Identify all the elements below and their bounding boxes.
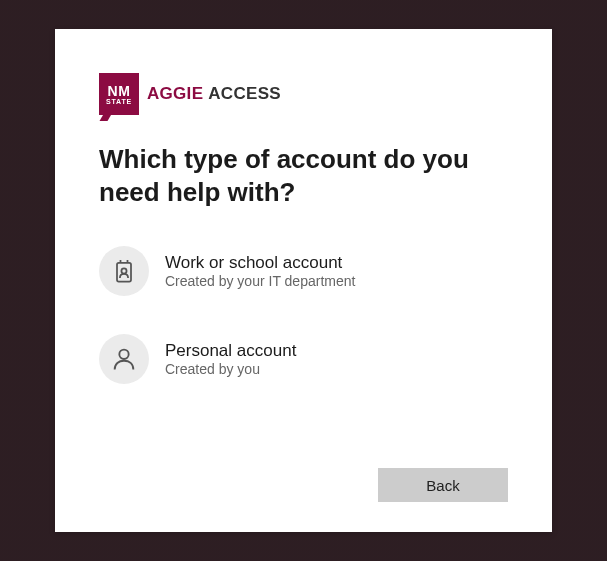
logo-bottom-text: STATE — [106, 98, 132, 105]
option-work-school[interactable]: Work or school account Created by your I… — [99, 242, 508, 300]
branding-row: NM STATE AGGIE ACCESS — [99, 73, 508, 115]
brand-part1: AGGIE — [147, 84, 203, 104]
person-icon — [99, 334, 149, 384]
dialog-card: NM STATE AGGIE ACCESS Which type of acco… — [55, 29, 552, 532]
option-text-block: Personal account Created by you — [165, 341, 296, 377]
back-button[interactable]: Back — [378, 468, 508, 502]
brand-part2: ACCESS — [208, 84, 281, 104]
option-title: Personal account — [165, 341, 296, 361]
svg-point-1 — [121, 268, 126, 273]
svg-point-2 — [119, 350, 128, 359]
option-text-block: Work or school account Created by your I… — [165, 253, 355, 289]
badge-icon — [99, 246, 149, 296]
svg-rect-0 — [117, 263, 131, 282]
option-title: Work or school account — [165, 253, 355, 273]
page-title: Which type of account do you need help w… — [99, 143, 508, 208]
footer: Back — [378, 468, 508, 502]
option-personal[interactable]: Personal account Created by you — [99, 330, 508, 388]
brand-text: AGGIE ACCESS — [147, 84, 281, 104]
option-subtitle: Created by you — [165, 361, 296, 377]
option-subtitle: Created by your IT department — [165, 273, 355, 289]
logo-top-text: NM — [108, 84, 131, 98]
nm-state-logo-icon: NM STATE — [99, 73, 139, 115]
